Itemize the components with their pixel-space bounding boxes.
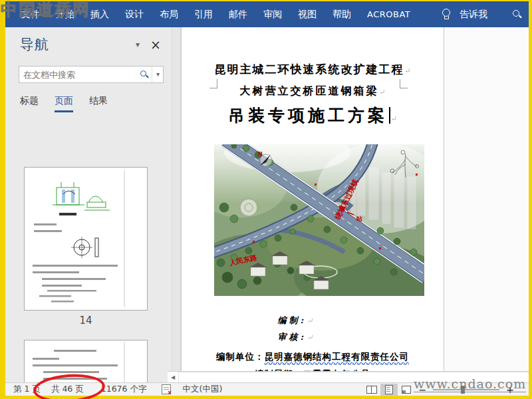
magnifier-icon[interactable] xyxy=(140,70,149,79)
nav-tab-headings[interactable]: 标题 xyxy=(20,95,39,112)
watermark-bottom-right: www.cndao.com xyxy=(414,376,526,392)
lightbulb-icon xyxy=(442,9,450,21)
web-layout-button[interactable] xyxy=(398,384,415,396)
paragraph-mark: ↵ xyxy=(379,88,385,96)
navigation-pane: 导航 ▾ × ▾ 标题 页面 结果 xyxy=(5,27,172,383)
paragraph-mark: ↵ xyxy=(307,317,313,325)
annotation-frame-right xyxy=(529,0,532,399)
station-label-2: 站 xyxy=(356,215,362,222)
document-search-box: ▾ xyxy=(19,66,164,83)
ribbon-tab-design[interactable]: 设计 xyxy=(117,1,152,27)
search-input[interactable] xyxy=(19,70,140,80)
proofing-error-icon[interactable]: × xyxy=(162,384,171,394)
station-label-1: 东 xyxy=(338,205,345,212)
word-count-indicator[interactable]: 11676 个字 xyxy=(101,384,147,395)
page-14-thumbnail[interactable] xyxy=(24,167,148,311)
document-page[interactable]: 昆明主城二环快速系统改扩建工程↵ 大树营立交桥匝道钢箱梁↵ 吊装专项施工方案↵ xyxy=(181,27,444,371)
navigation-tabs: 标题 页面 结果 xyxy=(20,95,108,112)
cover-title-line-1[interactable]: 昆明主城二环快速系统改扩建工程↵ xyxy=(182,62,444,77)
annotation-frame-left xyxy=(0,0,5,399)
language-indicator[interactable]: 中文(中国) xyxy=(183,384,223,395)
nav-tab-results[interactable]: 结果 xyxy=(89,95,108,112)
page-14-thumbnail-preview xyxy=(25,168,147,310)
read-mode-icon xyxy=(366,386,377,394)
read-mode-button[interactable] xyxy=(363,384,380,396)
search-dropdown-icon[interactable]: ▾ xyxy=(152,66,164,82)
close-icon[interactable]: × xyxy=(149,39,162,51)
ribbon-tab-acrobat[interactable]: ACROBAT xyxy=(359,1,418,27)
ribbon-tab-layout[interactable]: 布局 xyxy=(152,1,186,27)
prepared-by-line[interactable]: 编制:↵ xyxy=(181,315,426,327)
web-layout-icon xyxy=(402,386,411,394)
reviewed-by-line[interactable]: 审核:↵ xyxy=(181,331,426,343)
ribbon-tab-review[interactable]: 审阅 xyxy=(255,1,290,27)
ribbon-tab-references[interactable]: 引用 xyxy=(186,1,221,27)
text-cursor xyxy=(389,107,390,124)
paragraph-mark: ↵ xyxy=(307,333,313,342)
cover-title-line-3[interactable]: 吊装专项施工方案↵ xyxy=(182,104,444,126)
page-thumbnail-list: 14 xyxy=(5,120,172,383)
scroll-left-icon[interactable]: ◀ xyxy=(168,372,179,382)
prepared-unit-line[interactable]: 编制单位：昆明嘉德钢结构工程有限责任公司 xyxy=(182,351,444,363)
chevron-down-icon[interactable]: ▾ xyxy=(126,40,149,49)
ribbon-tab-view[interactable]: 视图 xyxy=(290,1,325,27)
word-window: 文件 开始 插入 设计 布局 引用 邮件 审阅 视图 帮助 ACROBAT 告诉… xyxy=(0,0,532,399)
search-icon[interactable] xyxy=(513,10,522,19)
company-name: 昆明嘉德钢结构工程有限责任公司 xyxy=(265,351,410,362)
page-14-thumbnail-label: 14 xyxy=(24,315,148,327)
paragraph-mark: ↵ xyxy=(391,114,397,123)
cover-title-block: 昆明主城二环快速系统改扩建工程↵ 大树营立交桥匝道钢箱梁↵ 吊装专项施工方案↵ xyxy=(182,62,444,126)
cover-title-line-2[interactable]: 大树营立交桥匝道钢箱梁↵ xyxy=(182,84,444,98)
tell-me-button[interactable]: 告诉我 xyxy=(452,1,495,27)
paragraph-mark: ↵ xyxy=(404,66,410,75)
cover-credits-block: 编制:↵ 审核:↵ 编制单位：昆明嘉德钢结构工程有限责任公司 编制日期：二零零九… xyxy=(182,315,444,371)
print-layout-button[interactable] xyxy=(380,384,398,396)
print-layout-icon xyxy=(385,385,393,394)
navigation-pane-scrollbar[interactable] xyxy=(172,27,181,383)
svg-text:N: N xyxy=(258,152,263,158)
navigation-pane-title: 导航 xyxy=(20,35,49,54)
nav-tab-pages[interactable]: 页面 xyxy=(55,95,73,112)
ribbon-tab-help[interactable]: 帮助 xyxy=(325,1,359,27)
ribbon-tab-mailings[interactable]: 邮件 xyxy=(221,1,255,27)
document-canvas: 昆明主城二环快速系统改扩建工程↵ 大树营立交桥匝道钢箱梁↵ 吊装专项施工方案↵ xyxy=(181,27,529,371)
watermark-top-left: 中国道桥网 xyxy=(1,0,90,21)
interchange-cover-image[interactable]: N 绕城东过境线 人民东路 东 站 xyxy=(214,144,424,296)
